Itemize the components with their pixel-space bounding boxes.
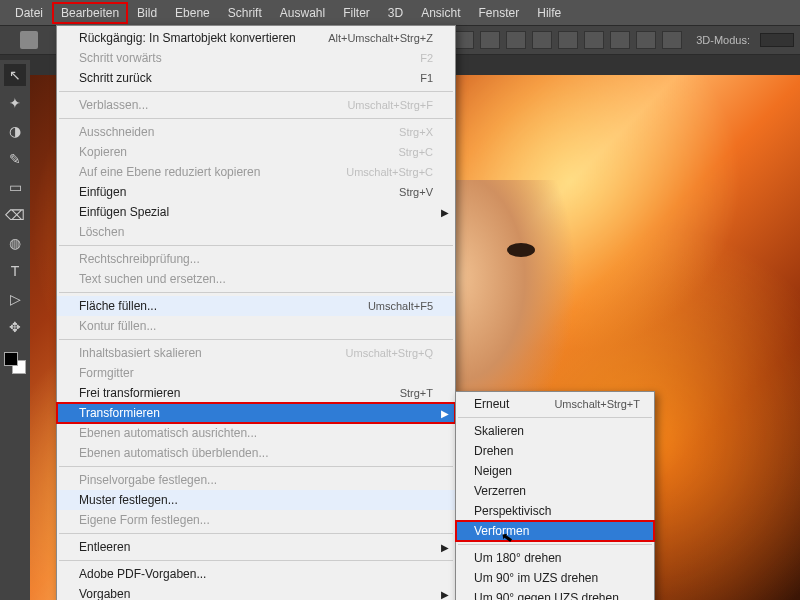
menubar-item-bearbeiten[interactable]: Bearbeiten	[52, 2, 128, 24]
menu-item-label: Rechtschreibprüfung...	[79, 252, 200, 266]
menu-item[interactable]: ErneutUmschalt+Strg+T	[456, 394, 654, 414]
menu-item-shortcut: Strg+T	[400, 387, 433, 399]
menubar-item-3d[interactable]: 3D	[379, 2, 412, 24]
menu-item[interactable]: Perspektivisch	[456, 501, 654, 521]
menu-item-label: Verblassen...	[79, 98, 148, 112]
menu-item: Formgitter	[57, 363, 455, 383]
menu-separator	[458, 544, 652, 545]
menu-item[interactable]: Um 90° gegen UZS drehen	[456, 588, 654, 600]
tool-button[interactable]: ⌫	[4, 204, 26, 226]
menu-item[interactable]: Muster festlegen...	[57, 490, 455, 510]
menubar-item-ebene[interactable]: Ebene	[166, 2, 219, 24]
menu-item[interactable]: Adobe PDF-Vorgaben...	[57, 564, 455, 584]
color-swatches[interactable]	[4, 352, 26, 374]
menu-item-shortcut: Strg+V	[399, 186, 433, 198]
menu-item-label: Schritt zurück	[79, 71, 152, 85]
menu-item[interactable]: Vorgaben▶	[57, 584, 455, 600]
menu-item[interactable]: Skalieren	[456, 421, 654, 441]
menu-item: AusschneidenStrg+X	[57, 122, 455, 142]
menu-item-label: Frei transformieren	[79, 386, 180, 400]
menu-separator	[458, 417, 652, 418]
menu-item-label: Verzerren	[474, 484, 526, 498]
menu-item: Löschen	[57, 222, 455, 242]
menubar-item-fenster[interactable]: Fenster	[470, 2, 529, 24]
tool-button[interactable]: ▷	[4, 288, 26, 310]
tool-button[interactable]: T	[4, 260, 26, 282]
transform-submenu: ErneutUmschalt+Strg+TSkalierenDrehenNeig…	[455, 391, 655, 600]
menu-item[interactable]: Um 90° im UZS drehen	[456, 568, 654, 588]
menu-item-label: Ausschneiden	[79, 125, 154, 139]
align-btn[interactable]	[532, 31, 552, 49]
menu-item: Ebenen automatisch ausrichten...	[57, 423, 455, 443]
menu-item-label: Vorgaben	[79, 587, 130, 600]
tool-button[interactable]: ✦	[4, 92, 26, 114]
menu-item-label: Inhaltsbasiert skalieren	[79, 346, 202, 360]
tools-panel: ↖✦◑✎▭⌫◍T▷✥	[0, 60, 30, 600]
menu-item[interactable]: Neigen	[456, 461, 654, 481]
menu-item[interactable]: Drehen	[456, 441, 654, 461]
menu-item[interactable]: Transformieren▶	[57, 403, 455, 423]
menubar-item-hilfe[interactable]: Hilfe	[528, 2, 570, 24]
tool-button[interactable]: ✥	[4, 316, 26, 338]
distribute-btn[interactable]	[662, 31, 682, 49]
menu-separator	[59, 533, 453, 534]
menu-item-shortcut: Umschalt+F5	[368, 300, 433, 312]
menu-item[interactable]: Frei transformierenStrg+T	[57, 383, 455, 403]
menu-item[interactable]: Einfügen Spezial▶	[57, 202, 455, 222]
menu-item-label: Verformen	[474, 524, 529, 538]
menu-item[interactable]: EinfügenStrg+V	[57, 182, 455, 202]
menu-item-label: Löschen	[79, 225, 124, 239]
menu-item-label: Drehen	[474, 444, 513, 458]
menu-item[interactable]: Schritt zurückF1	[57, 68, 455, 88]
menu-item[interactable]: Verformen	[456, 521, 654, 541]
menu-item-label: Um 180° drehen	[474, 551, 562, 565]
menu-item-label: Kontur füllen...	[79, 319, 156, 333]
distribute-btn[interactable]	[610, 31, 630, 49]
menu-item-label: Pinselvorgabe festlegen...	[79, 473, 217, 487]
3d-mode-selector[interactable]	[760, 33, 794, 47]
menu-separator	[59, 292, 453, 293]
menubar-item-ansicht[interactable]: Ansicht	[412, 2, 469, 24]
edit-menu-dropdown: Rückgängig: In Smartobjekt konvertierenA…	[56, 25, 456, 600]
menu-item-label: Einfügen	[79, 185, 126, 199]
menu-item: Rechtschreibprüfung...	[57, 249, 455, 269]
menubar-item-auswahl[interactable]: Auswahl	[271, 2, 334, 24]
menu-item[interactable]: Verzerren	[456, 481, 654, 501]
align-btn[interactable]	[584, 31, 604, 49]
menu-item-label: Text suchen und ersetzen...	[79, 272, 226, 286]
menubar-item-filter[interactable]: Filter	[334, 2, 379, 24]
menu-item-label: Ebenen automatisch überblenden...	[79, 446, 268, 460]
menu-item-shortcut: Alt+Umschalt+Strg+Z	[328, 32, 433, 44]
menu-item-label: Adobe PDF-Vorgaben...	[79, 567, 206, 581]
menu-item: Schritt vorwärtsF2	[57, 48, 455, 68]
menu-item[interactable]: Fläche füllen...Umschalt+F5	[57, 296, 455, 316]
align-btn[interactable]	[480, 31, 500, 49]
align-btn[interactable]	[454, 31, 474, 49]
menu-item[interactable]: Rückgängig: In Smartobjekt konvertierenA…	[57, 28, 455, 48]
menu-item-shortcut: Umschalt+Strg+C	[346, 166, 433, 178]
menubar-item-datei[interactable]: Datei	[6, 2, 52, 24]
menu-item[interactable]: Entleeren▶	[57, 537, 455, 557]
menu-separator	[59, 560, 453, 561]
distribute-btn[interactable]	[636, 31, 656, 49]
tool-button[interactable]: ▭	[4, 176, 26, 198]
tool-preset-icon[interactable]	[20, 31, 38, 49]
menu-item-label: Erneut	[474, 397, 509, 411]
tool-button[interactable]: ◑	[4, 120, 26, 142]
menu-item: Eigene Form festlegen...	[57, 510, 455, 530]
menubar-item-bild[interactable]: Bild	[128, 2, 166, 24]
menu-item-shortcut: F2	[420, 52, 433, 64]
menu-item-shortcut: Strg+X	[399, 126, 433, 138]
menu-item: Pinselvorgabe festlegen...	[57, 470, 455, 490]
menu-item-label: Transformieren	[79, 406, 160, 420]
align-btn[interactable]	[558, 31, 578, 49]
menubar-item-schrift[interactable]: Schrift	[219, 2, 271, 24]
tool-button[interactable]: ✎	[4, 148, 26, 170]
tool-button[interactable]: ↖	[4, 64, 26, 86]
align-btn[interactable]	[506, 31, 526, 49]
menubar: DateiBearbeitenBildEbeneSchriftAuswahlFi…	[0, 0, 800, 25]
menu-item[interactable]: Um 180° drehen	[456, 548, 654, 568]
menu-item-shortcut: Umschalt+Strg+T	[554, 398, 640, 410]
tool-button[interactable]: ◍	[4, 232, 26, 254]
menu-item: KopierenStrg+C	[57, 142, 455, 162]
